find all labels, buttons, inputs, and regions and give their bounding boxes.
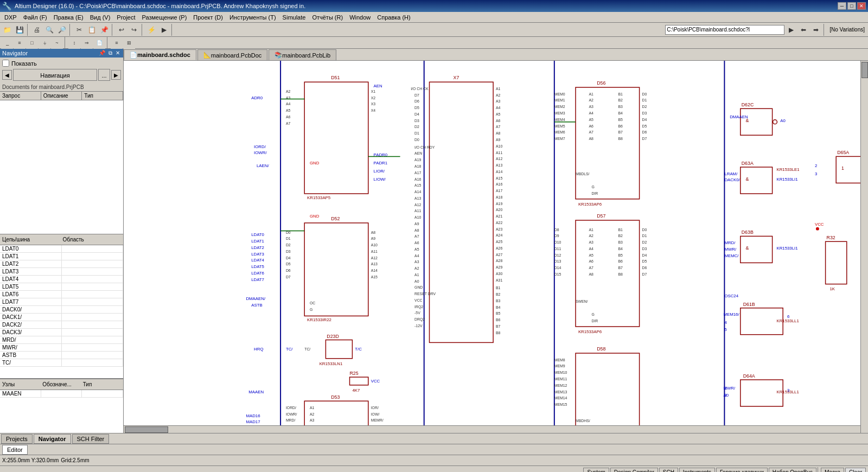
- svg-text:KR1533AP6: KR1533AP6: [578, 329, 602, 334]
- tb2-sep2: [107, 37, 109, 49]
- menu-view[interactable]: Вид (V): [87, 14, 114, 21]
- svg-text:MEM9: MEM9: [554, 364, 565, 368]
- svg-text:VCC: VCC: [414, 298, 423, 302]
- schematic-canvas[interactable]: D51 KR1533AP5 A2 A3 A4 A5 A6 A7 X1 X2 X3…: [124, 61, 868, 433]
- menu-project[interactable]: Project: [113, 14, 138, 21]
- tb-print-btn[interactable]: 🖨: [31, 24, 43, 36]
- tb-fwd-btn[interactable]: ➡: [810, 24, 822, 36]
- tab-pcbdoc[interactable]: 📐 mainboard.PcbDoc: [197, 49, 268, 60]
- show-checkbox[interactable]: [2, 60, 9, 67]
- hotkeys-btn[interactable]: Горячие клавиши: [716, 468, 768, 473]
- nav-pin-btn[interactable]: 📌: [98, 50, 106, 56]
- menu-place[interactable]: Размещение (P): [139, 14, 190, 21]
- system-btn[interactable]: System: [583, 468, 609, 473]
- svg-text:D13: D13: [554, 259, 561, 263]
- tb-open-btn[interactable]: 📁: [1, 24, 13, 36]
- grid-label: Grid:2.5mm: [61, 457, 89, 463]
- clear-btn[interactable]: Clear: [845, 468, 866, 473]
- tb-copy-btn[interactable]: 📋: [86, 24, 98, 36]
- vertical-scrollbar[interactable]: [860, 61, 868, 433]
- list-item: DACK2/: [0, 321, 123, 329]
- tb-run-btn[interactable]: ▶: [158, 24, 170, 36]
- menu-help[interactable]: Справка (H): [374, 14, 413, 21]
- svg-text:A7: A7: [589, 266, 594, 270]
- tb-redo-btn[interactable]: ↪: [128, 24, 140, 36]
- svg-text:A7: A7: [589, 130, 594, 134]
- tb2-port-btn[interactable]: ⇒: [81, 37, 93, 49]
- svg-text:MEM15: MEM15: [554, 403, 567, 406]
- tb-go-btn[interactable]: ▶: [785, 24, 797, 36]
- minimize-button[interactable]: ─: [838, 2, 846, 10]
- svg-text:D2: D2: [642, 240, 647, 244]
- tb2-net-btn[interactable]: ~: [51, 37, 63, 49]
- tb2-comp-btn[interactable]: □: [26, 37, 38, 49]
- tab-navigator[interactable]: Navigator: [34, 434, 71, 444]
- nav-main-btn[interactable]: Навигация: [13, 69, 97, 81]
- svg-text:LAEN/: LAEN/: [257, 163, 269, 168]
- menu-simulate[interactable]: Simulate: [279, 14, 309, 21]
- tb2-bus-btn[interactable]: ≡: [14, 37, 25, 49]
- tb2-power-btn[interactable]: ⏚: [39, 37, 50, 49]
- svg-rect-250: [741, 236, 773, 263]
- menu-design[interactable]: Проект (D): [190, 14, 226, 21]
- tab-schdoc[interactable]: 📄 mainboard.schdoc: [124, 49, 196, 60]
- tb-cut-btn[interactable]: ✂: [73, 24, 85, 36]
- tb2-wire-btn[interactable]: ⎯: [1, 37, 13, 49]
- svg-text:A10: A10: [496, 144, 502, 148]
- tb-paste-btn[interactable]: 📌: [98, 24, 110, 36]
- svg-text:A8: A8: [589, 272, 594, 276]
- instruments-btn[interactable]: Instruments: [679, 468, 715, 473]
- svg-text:B8: B8: [618, 272, 623, 276]
- menu-edit[interactable]: Правка (E): [50, 14, 87, 21]
- svg-text:D3: D3: [414, 119, 419, 123]
- nav-doc-label: Documents for mainboard.PrjPCB: [0, 83, 123, 91]
- tb-zoom-in-btn[interactable]: 🔍: [43, 24, 55, 36]
- tb-zoom-out-btn[interactable]: 🔎: [56, 24, 68, 36]
- tb-save-btn[interactable]: 💾: [14, 24, 25, 36]
- tab-projects[interactable]: Projects: [1, 434, 33, 444]
- mask-btn[interactable]: Маска: [821, 468, 844, 473]
- tb-back-btn[interactable]: ⬅: [797, 24, 809, 36]
- nav-left-btn[interactable]: ◀: [2, 70, 12, 80]
- tb2-pin-btn[interactable]: ↕: [68, 37, 80, 49]
- sch-btn[interactable]: SCH: [659, 468, 678, 473]
- menu-reports[interactable]: Отчёты (R): [309, 14, 346, 21]
- tab-sch-filter[interactable]: SCH Filter: [72, 434, 110, 444]
- tb-compile-btn[interactable]: ⚡: [145, 24, 157, 36]
- menu-file[interactable]: Файл (F): [20, 14, 50, 21]
- openbus-btn[interactable]: Набор OpenBus: [769, 468, 816, 473]
- tb2-grid-btn[interactable]: ⊞: [123, 37, 135, 49]
- nav-close-btn[interactable]: ✕: [114, 50, 121, 56]
- tb-sep6: [824, 24, 826, 36]
- tb2-align-btn[interactable]: ≡: [111, 37, 123, 49]
- menu-window[interactable]: Window: [346, 14, 374, 21]
- tab-pcblib[interactable]: 📚 mainboard.PcbLib: [269, 49, 336, 60]
- nav-query-header: Запрос Описание Тип: [0, 91, 123, 100]
- bottom-tabs: Projects Navigator SCH Filter: [0, 433, 868, 444]
- tb2-sheet-btn[interactable]: 📄: [93, 37, 105, 49]
- query-col[interactable]: Запрос: [0, 92, 41, 100]
- design-compiler-btn[interactable]: Design Compiler: [610, 468, 658, 473]
- svg-text:D53: D53: [331, 394, 340, 400]
- nav-float-btn[interactable]: ⧉: [107, 50, 113, 56]
- tb-undo-btn[interactable]: ↩: [116, 24, 127, 36]
- close-button[interactable]: ✕: [857, 2, 866, 10]
- editor-tab[interactable]: Editor: [2, 445, 28, 455]
- desc-col[interactable]: Описание: [41, 92, 82, 100]
- maximize-button[interactable]: □: [847, 2, 856, 10]
- svg-text:KR1533LN1: KR1533LN1: [320, 361, 343, 366]
- nav-title: Navigator: [2, 50, 28, 56]
- type-col[interactable]: Тип: [82, 92, 123, 100]
- nav-more-btn[interactable]: ...: [98, 69, 110, 81]
- svg-text:IRQ2: IRQ2: [414, 305, 423, 309]
- path-input[interactable]: [665, 25, 784, 35]
- menu-dxp[interactable]: DXP: [1, 14, 20, 21]
- horizontal-scrollbar[interactable]: [124, 425, 860, 433]
- svg-text:A3: A3: [496, 99, 501, 103]
- menu-tools[interactable]: Инструменты (T): [226, 14, 279, 21]
- svg-text:2: 2: [815, 163, 817, 168]
- svg-text:-5V: -5V: [414, 311, 420, 315]
- svg-text:B3: B3: [496, 299, 501, 303]
- nav-right-btn[interactable]: ▶: [111, 70, 121, 80]
- svg-text:D1: D1: [642, 234, 647, 238]
